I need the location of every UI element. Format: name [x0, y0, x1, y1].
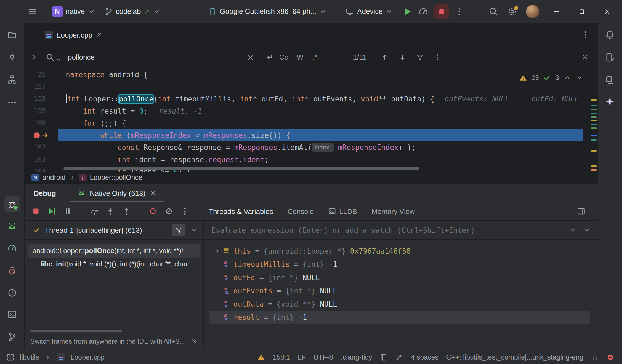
next-problem-icon[interactable]	[576, 74, 583, 82]
file-encoding[interactable]: UTF-8	[313, 353, 333, 361]
close-find-bar-icon[interactable]	[581, 53, 589, 61]
code-text[interactable]: const Response& response = mResponses.it…	[58, 141, 583, 153]
maximize-button[interactable]	[573, 4, 590, 19]
caret-position[interactable]: 158:1	[273, 353, 290, 361]
warning-count[interactable]: 23	[531, 74, 539, 82]
run-button[interactable]	[402, 6, 413, 17]
main-menu-icon[interactable]	[28, 6, 38, 16]
gutter-line-number[interactable]: 159	[25, 107, 58, 115]
code-text[interactable]	[58, 81, 583, 93]
analysis-mark[interactable]	[591, 109, 597, 110]
variable-row[interactable]: outData = {void **} NULL	[209, 297, 590, 311]
profiler-button[interactable]	[419, 6, 429, 16]
indent-widget[interactable]: 4 spaces	[411, 353, 438, 361]
tab-threads-variables[interactable]: Threads & Variables	[209, 207, 273, 215]
pause-button[interactable]	[63, 207, 72, 216]
problems-tool-button[interactable]	[4, 285, 20, 301]
project-tool-button[interactable]	[4, 27, 20, 42]
debug-tool-button[interactable]	[4, 196, 20, 212]
horizontal-scrollbar[interactable]	[63, 167, 419, 170]
analysis-mark[interactable]	[591, 139, 597, 141]
passed-count[interactable]: 3	[555, 74, 559, 82]
analysis-mark[interactable]	[591, 116, 597, 118]
debug-more-options-icon[interactable]	[180, 207, 189, 216]
warning-icon[interactable]	[257, 353, 265, 361]
analysis-mark[interactable]	[591, 105, 597, 106]
gutter-line-number[interactable]: 163	[25, 156, 58, 163]
search-icon[interactable]	[46, 53, 55, 61]
expand-find-icon[interactable]	[30, 53, 38, 61]
find-input[interactable]: pollonce	[68, 53, 243, 61]
view-breakpoints-button[interactable]	[148, 207, 157, 216]
analysis-mark[interactable]	[591, 165, 597, 167]
expander-chevron-icon[interactable]	[212, 248, 222, 254]
project-widget[interactable]: N native	[52, 6, 95, 17]
stack-frame[interactable]: __libc_init(void *, void (*)(), int (*)(…	[28, 258, 200, 271]
regex-toggle[interactable]: .*	[310, 53, 320, 61]
variable-row[interactable]: outEvents = {int *} NULL	[209, 284, 590, 297]
gutter-line-number[interactable]	[25, 131, 58, 139]
app-quality-insights-button[interactable]	[4, 263, 20, 279]
running-devices-button[interactable]	[602, 72, 618, 88]
next-match-button[interactable]	[395, 53, 410, 61]
analysis-mark[interactable]	[591, 150, 597, 152]
emulator-tool-button[interactable]	[4, 219, 20, 234]
step-out-button[interactable]	[122, 207, 131, 216]
gutter-line-number[interactable]: 157	[25, 83, 58, 90]
analysis-stripe[interactable]	[590, 68, 598, 172]
code-text[interactable]: for (;;) {	[58, 117, 583, 129]
gutter-line-number[interactable]: 25	[25, 71, 58, 78]
gutter-line-number[interactable]: 160	[25, 119, 58, 127]
code-editor[interactable]: 25namespace android {157158int Looper::p…	[25, 68, 598, 172]
user-avatar[interactable]	[526, 5, 539, 18]
status-file[interactable]: Looper.cpp	[71, 353, 105, 361]
code-text[interactable]: int Looper::pollOnce(int timeoutMillis, …	[58, 93, 583, 105]
dismiss-hint-icon[interactable]	[191, 338, 198, 345]
status-module[interactable]: libutils	[20, 353, 39, 361]
analysis-mark[interactable]	[591, 127, 597, 129]
close-tab-icon[interactable]	[96, 31, 103, 38]
thread-selector[interactable]: Thread-1-[surfaceflinger] (613)	[25, 221, 203, 240]
gutter-line-number[interactable]: 162	[25, 143, 58, 151]
stack-frame[interactable]: android::Looper::pollOnce(int, int *, in…	[28, 244, 200, 258]
breadcrumb-function[interactable]: Looper::pollOnce	[90, 174, 142, 181]
tab-lldb[interactable]: LLDB	[328, 207, 357, 215]
gutter-line-number[interactable]: 164	[25, 168, 58, 172]
debug-session-tab[interactable]: Native Only (613)	[70, 184, 164, 202]
match-case-toggle[interactable]: Cc	[277, 53, 291, 61]
resume-button[interactable]	[47, 207, 56, 216]
hide-frames-filter-button[interactable]	[172, 224, 185, 236]
stop-process-button[interactable]	[31, 207, 40, 216]
gemini-button[interactable]	[602, 94, 618, 109]
code-text[interactable]: int result = 0;result: -1	[58, 105, 583, 117]
run-config-selector[interactable]: Adevice	[345, 7, 393, 16]
profiler-tool-button[interactable]	[4, 240, 20, 256]
add-watch-icon[interactable]	[569, 226, 577, 234]
close-window-button[interactable]	[599, 4, 615, 19]
notifications-button[interactable]	[602, 27, 618, 42]
toolchain-widget[interactable]: C++: libutils_test_compile|...unk_stagin…	[446, 353, 583, 361]
analysis-mark[interactable]	[591, 135, 597, 136]
variable-row[interactable]: outFd = {int *} NULL	[209, 271, 590, 284]
more-tool-windows-button[interactable]	[4, 95, 20, 110]
device-selector[interactable]: Google Cuttlefish x86_64 ph...	[208, 7, 327, 16]
variable-row[interactable]: result = {int} -1	[209, 311, 590, 324]
variable-row[interactable]: this = {android::Looper *} 0x7967aa146f5…	[209, 244, 590, 258]
vcs-branch-widget[interactable]: codelab	[104, 7, 161, 16]
newline-icon[interactable]	[264, 53, 273, 61]
frames-scrollbar[interactable]	[30, 330, 122, 332]
code-text[interactable]: int ident = response.request.ident;	[58, 153, 583, 165]
analysis-mark[interactable]	[591, 169, 597, 171]
step-into-button[interactable]	[106, 207, 115, 216]
tab-options-icon[interactable]	[581, 30, 590, 39]
code-text[interactable]: namespace android {	[58, 68, 583, 81]
terminal-tool-button[interactable]	[4, 307, 20, 322]
breakpoint-icon[interactable]	[34, 132, 40, 138]
line-separator[interactable]: LF	[298, 353, 306, 361]
settings-button[interactable]	[507, 6, 517, 16]
previous-match-button[interactable]	[378, 53, 392, 61]
device-manager-button[interactable]	[602, 50, 618, 65]
evaluate-expand-chevron-icon[interactable]	[583, 226, 591, 234]
lock-icon[interactable]	[591, 353, 599, 361]
search-history-chevron-icon[interactable]	[56, 57, 61, 62]
